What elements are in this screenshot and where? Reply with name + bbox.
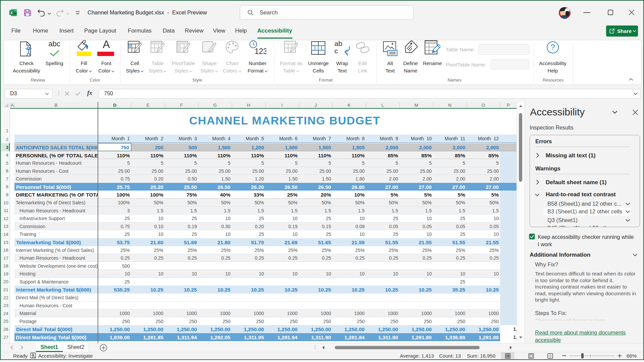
svg-text:X: X xyxy=(10,11,13,15)
svg-text:123: 123 xyxy=(255,47,266,56)
svg-text:?: ? xyxy=(551,43,555,52)
